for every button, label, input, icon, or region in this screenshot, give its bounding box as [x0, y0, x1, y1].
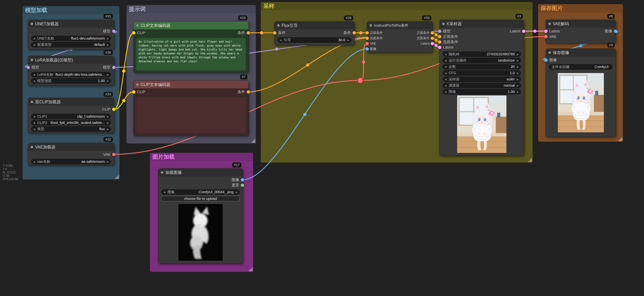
- widget-image-file[interactable]: ◀ 图像 ComfyUI_00044_.png ▶: [161, 189, 240, 195]
- conditioning-input-socket[interactable]: [273, 31, 276, 34]
- widget-lora-name[interactable]: ◀ LoRA名称 flux1-depth-dev-lora.safetens..…: [31, 72, 111, 77]
- group-resize-handle[interactable]: [248, 267, 252, 271]
- node-header[interactable]: 加载图像: [158, 168, 242, 176]
- latent-output-socket[interactable]: [522, 30, 526, 33]
- model-input-socket[interactable]: [438, 30, 442, 33]
- node-collapse-icon[interactable]: [370, 24, 372, 27]
- image-output-socket[interactable]: [614, 30, 617, 33]
- node-collapse-icon[interactable]: [548, 22, 551, 25]
- arrow-right-icon[interactable]: ▶: [107, 73, 109, 76]
- group-resize-handle[interactable]: [115, 174, 119, 179]
- node-header[interactable]: InstructPixToPix条件: [367, 22, 432, 29]
- node-collapse-icon[interactable]: [277, 24, 280, 27]
- widget-weight-dtype[interactable]: ◀ 权重类型 default ▶: [31, 42, 111, 48]
- node-collapse-icon[interactable]: [136, 83, 139, 86]
- node-collapse-icon[interactable]: [548, 52, 551, 54]
- image-input-socket[interactable]: [544, 58, 548, 62]
- node-vae-decode[interactable]: #8 VAE解码 Latent 图像 VAE: [546, 20, 616, 44]
- arrow-left-icon[interactable]: ◀: [33, 80, 35, 82]
- prompt-textarea[interactable]: An illustration of a girl with pink hair…: [136, 38, 246, 70]
- widget-scheduler[interactable]: ◀ 调度器 normal ▶: [442, 83, 521, 88]
- arrow-left-icon[interactable]: ◀: [444, 84, 446, 87]
- node-header[interactable]: 双CLIP加载器: [28, 98, 114, 106]
- group-title-bar[interactable]: 提示词: [126, 5, 256, 13]
- widget-cfg[interactable]: ◀ CFG 1.0 ▶: [442, 70, 521, 76]
- arrow-left-icon[interactable]: ◀: [280, 39, 282, 42]
- node-ksampler[interactable]: #3 K采样器 模型 Latent 正面条件 负面条件 Latent ◀: [440, 20, 524, 156]
- widget-denoise[interactable]: ◀ 降噪 1.00 ▶: [442, 89, 521, 94]
- arrow-right-icon[interactable]: ▶: [107, 37, 109, 40]
- arrow-left-icon[interactable]: ◀: [33, 37, 35, 40]
- arrow-left-icon[interactable]: ◀: [444, 90, 446, 93]
- arrow-right-icon[interactable]: ▶: [517, 90, 519, 93]
- node-header[interactable]: Flux引导: [274, 22, 354, 29]
- vae-input-socket[interactable]: [366, 42, 369, 45]
- group-title-bar[interactable]: 模型加载: [22, 6, 120, 14]
- arrow-left-icon[interactable]: ◀: [444, 59, 446, 62]
- arrow-left-icon[interactable]: ◀: [444, 65, 446, 68]
- conditioning-output-socket[interactable]: [431, 31, 434, 34]
- vae-output-socket[interactable]: [112, 153, 116, 156]
- latent-input-socket[interactable]: [438, 46, 442, 49]
- node-flux-guidance[interactable]: #26 Flux引导 条件 条件 ◀ 引导 30.0 ▶: [274, 21, 354, 45]
- widget-guidance[interactable]: ◀ 引导 30.0 ▶: [278, 37, 352, 43]
- node-header[interactable]: CLIP文本编码器: [134, 22, 248, 29]
- node-header[interactable]: VAE加载器: [28, 143, 114, 151]
- node-collapse-icon[interactable]: [161, 171, 163, 174]
- arrow-right-icon[interactable]: ▶: [347, 39, 349, 42]
- arrow-left-icon[interactable]: ◀: [33, 115, 35, 118]
- arrow-left-icon[interactable]: ◀: [33, 73, 35, 76]
- widget-steps[interactable]: ◀ 步数 20 ▶: [442, 64, 521, 70]
- conditioning-input-socket[interactable]: [366, 31, 369, 34]
- mask-output-socket[interactable]: [241, 184, 244, 187]
- group-resize-handle[interactable]: [251, 138, 255, 143]
- clip-output-socket[interactable]: [112, 108, 116, 111]
- node-vae-loader[interactable]: #32 VAE加载器 VAE ◀ vae名称 ae.safetensors ▶: [28, 143, 114, 165]
- node-collapse-icon[interactable]: [31, 101, 33, 103]
- latent-output-socket[interactable]: [431, 42, 434, 45]
- node-header[interactable]: UNET加载器: [28, 20, 114, 28]
- arrow-left-icon[interactable]: ◀: [444, 78, 446, 81]
- conditioning-output-socket[interactable]: [352, 31, 356, 34]
- arrow-right-icon[interactable]: ▶: [107, 128, 109, 130]
- arrow-left-icon[interactable]: ◀: [444, 72, 446, 74]
- widget-filename-prefix[interactable]: 文件名前缀 ComfyUI: [549, 64, 613, 70]
- clip-input-socket[interactable]: [132, 31, 136, 34]
- node-collapse-icon[interactable]: [31, 22, 33, 25]
- node-collapse-icon[interactable]: [31, 146, 33, 148]
- arrow-right-icon[interactable]: ▶: [107, 160, 109, 163]
- arrow-right-icon[interactable]: ▶: [517, 65, 519, 68]
- arrow-left-icon[interactable]: ◀: [444, 53, 446, 56]
- group-title-bar[interactable]: 采样: [261, 2, 532, 10]
- arrow-left-icon[interactable]: ◀: [33, 43, 35, 46]
- widget-model-strength[interactable]: ◀ 模型强度 1.00 ▶: [31, 78, 111, 84]
- arrow-right-icon[interactable]: ▶: [107, 43, 109, 46]
- image-output-socket[interactable]: [241, 178, 244, 182]
- arrow-right-icon[interactable]: ▶: [107, 115, 109, 118]
- widget-vae-name[interactable]: ◀ vae名称 ae.safetensors ▶: [31, 159, 111, 164]
- node-header[interactable]: K采样器: [440, 20, 524, 28]
- widget-clip1[interactable]: ◀ CLIP1 clip_l.safetensors ▶: [31, 114, 111, 119]
- conditioning-output-socket[interactable]: [247, 31, 250, 34]
- clip-input-socket[interactable]: [132, 90, 136, 94]
- group-title-bar[interactable]: 保存图片: [538, 4, 623, 12]
- node-header[interactable]: LoRA加载器(仅模型): [28, 56, 114, 64]
- model-output-socket[interactable]: [112, 66, 116, 69]
- node-clip-text-encode-negative[interactable]: #7 CLIP文本编码器 CLIP 条件: [134, 80, 249, 136]
- model-input-socket[interactable]: [26, 66, 30, 69]
- node-header[interactable]: 保存图像: [546, 49, 616, 56]
- node-clip-text-encode-positive[interactable]: #23 CLIP文本编码器 CLIP 条件 An illustration of…: [134, 21, 249, 73]
- widget-control-after-generate[interactable]: ◀ 运行后操作 randomize ▶: [442, 58, 521, 63]
- model-output-socket[interactable]: [112, 30, 116, 33]
- widget-seed[interactable]: ◀ 随机种 27433102490769 ▶: [442, 52, 521, 57]
- node-header[interactable]: VAE解码: [546, 20, 616, 28]
- node-unet-loader[interactable]: #31 UNET加载器 模型 ◀ UNET名称 flux1-dev.safete…: [28, 20, 114, 50]
- conditioning-output-socket[interactable]: [247, 90, 250, 94]
- arrow-right-icon[interactable]: ▶: [236, 191, 238, 194]
- arrow-right-icon[interactable]: ▶: [107, 80, 109, 82]
- widget-unet-name[interactable]: ◀ UNET名称 flux1-dev.safetensors ▶: [31, 36, 111, 41]
- prompt-textarea[interactable]: [136, 97, 246, 133]
- arrow-right-icon[interactable]: ▶: [517, 78, 519, 81]
- node-dual-clip-loader[interactable]: #34 双CLIP加载器 CLIP ◀ CLIP1 clip_l.safeten…: [28, 98, 114, 133]
- conditioning-input-socket[interactable]: [366, 36, 369, 40]
